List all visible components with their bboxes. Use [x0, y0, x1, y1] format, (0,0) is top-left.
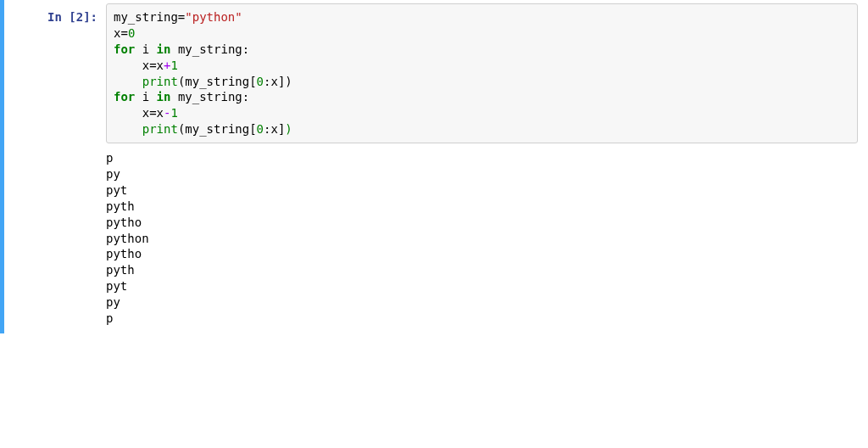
output-line: pyt: [106, 278, 851, 294]
code-token[interactable]: =: [120, 26, 127, 40]
output-line: py: [106, 294, 851, 311]
output-line: pytho: [106, 246, 851, 262]
code-token[interactable]: =: [149, 106, 156, 120]
prompt-exec-count: 2: [76, 10, 83, 24]
code-token[interactable]: for: [114, 90, 135, 104]
code-token[interactable]: my_string: [170, 42, 242, 56]
prompt-bracket-open: [: [69, 10, 75, 24]
code-token[interactable]: x: [114, 106, 149, 120]
code-input-area[interactable]: my_string="python"x=0for i in my_string:…: [106, 3, 858, 143]
code-token[interactable]: [114, 122, 142, 136]
code-token[interactable]: print: [142, 75, 178, 88]
code-token[interactable]: x: [114, 59, 149, 72]
input-prompt: In [2]:: [4, 3, 106, 327]
output-line: pyth: [106, 262, 851, 278]
output-line: pytho: [106, 215, 851, 231]
code-line[interactable]: for i in my_string:: [114, 89, 850, 105]
code-token[interactable]: i: [135, 42, 156, 56]
code-line[interactable]: print(my_string[0:x]): [114, 74, 850, 90]
code-token[interactable]: [: [249, 122, 256, 136]
code-token[interactable]: x: [157, 59, 164, 72]
code-token[interactable]: my_string: [185, 122, 249, 136]
code-token[interactable]: 1: [170, 59, 177, 72]
code-token[interactable]: in: [157, 90, 171, 104]
code-line[interactable]: my_string="python": [114, 9, 850, 25]
code-token[interactable]: :: [242, 90, 249, 104]
output-line: p: [106, 150, 851, 166]
output-line: p: [106, 311, 851, 327]
code-token[interactable]: my_string: [114, 10, 178, 24]
code-token[interactable]: for: [114, 42, 135, 56]
code-line[interactable]: x=x+1: [114, 58, 850, 74]
code-token[interactable]: "python": [185, 10, 242, 24]
code-line[interactable]: print(my_string[0:x]): [114, 121, 850, 137]
code-token[interactable]: ): [285, 122, 292, 136]
output-line: pyt: [106, 182, 851, 199]
prompt-bracket-close: ]:: [83, 10, 97, 24]
code-token[interactable]: i: [135, 90, 156, 104]
code-token[interactable]: in: [157, 42, 171, 56]
prompt-in-label: In: [47, 10, 69, 24]
code-token[interactable]: ]): [278, 75, 292, 88]
code-line[interactable]: x=0: [114, 25, 850, 42]
code-token[interactable]: 1: [170, 106, 177, 120]
code-token[interactable]: print: [142, 122, 178, 136]
output-line: pyth: [106, 199, 851, 215]
code-token[interactable]: x: [270, 75, 277, 88]
notebook-cell: In [2]: my_string="python"x=0for i in my…: [0, 0, 868, 333]
code-line[interactable]: x=x-1: [114, 105, 850, 121]
output-line: py: [106, 166, 851, 182]
code-token[interactable]: [114, 75, 142, 88]
code-token[interactable]: 0: [257, 122, 264, 136]
cell-content: my_string="python"x=0for i in my_string:…: [106, 3, 868, 327]
code-token[interactable]: my_string: [170, 90, 242, 104]
code-line[interactable]: for i in my_string:: [114, 42, 850, 58]
stdout-output: ppypytpythpythopythonpythopythpytpyp: [106, 143, 858, 327]
code-token[interactable]: x: [157, 106, 164, 120]
code-token[interactable]: 0: [128, 26, 135, 40]
code-token[interactable]: =: [149, 59, 156, 72]
code-token[interactable]: 0: [257, 75, 264, 88]
code-token[interactable]: [: [249, 75, 256, 88]
code-token[interactable]: :: [242, 42, 249, 56]
output-line: python: [106, 231, 851, 247]
code-token[interactable]: x: [270, 122, 277, 136]
code-token[interactable]: my_string: [185, 75, 249, 88]
